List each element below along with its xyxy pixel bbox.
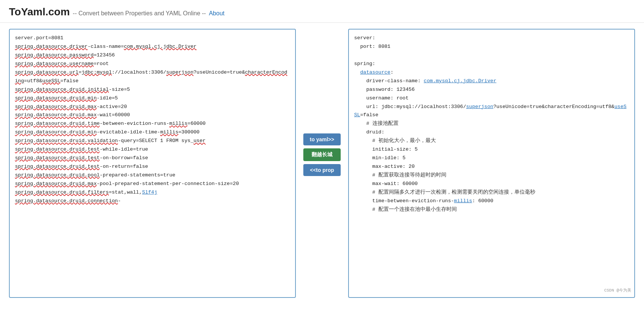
prop-line-11: spring.datasource.druid.min-evictable-id… (15, 128, 290, 137)
prop-line-2: spring.datasource.driver-class-name=com.… (15, 43, 290, 51)
yaml-line-2: port: 8081 (354, 43, 629, 51)
header: ToYaml.com -- Convert between Properties… (0, 0, 644, 23)
yaml-line-12: # 初始化大小，最小，最大 (354, 137, 629, 145)
prop-line-5: spring.datasource.url=jdbc:mysql://local… (15, 68, 290, 86)
yaml-line-16: # 配置获取连接等待超时的时间 (354, 171, 629, 180)
yaml-panel[interactable]: server: port: 8081 spring: datasource: d… (348, 29, 635, 298)
prop-line-3: spring.datasource.password=123456 (15, 51, 290, 60)
prop-line-13: spring.datasource.druid.test-while-idle=… (15, 145, 290, 154)
prop-line-9: spring.datasource.druid.max-wait=60000 (15, 111, 290, 120)
yaml-line-9: url: jdbc:mysql://localhost:3306/superjs… (354, 103, 629, 120)
prop-line-4: spring.datasource.username=root (15, 60, 290, 68)
yaml-line-3 (354, 51, 629, 60)
yaml-line-1: server: (354, 34, 629, 43)
main-content: server.port=8081 spring.datasource.drive… (0, 23, 644, 329)
prop-line-10: spring.datasource.druid.time-between-evi… (15, 120, 290, 128)
fanqiang-button[interactable]: 翻越长城 (303, 148, 341, 161)
prop-line-15: spring.datasource.druid.test-on-return=f… (15, 163, 290, 171)
yaml-line-6: driver-class-name: com.mysql.cj.jdbc.Dri… (354, 77, 629, 86)
prop-line-12: spring.datasource.druid.validation-query… (15, 137, 290, 145)
yaml-line-20: # 配置一个连接在池中最小生存时间 (354, 206, 629, 214)
center-controls: to yaml>> 翻越长城 <<to prop (296, 133, 348, 176)
prop-line-1: server.port=8081 (15, 34, 290, 43)
prop-line-6: spring.datasource.druid.initial-size=5 (15, 86, 290, 94)
yaml-line-8: username: root (354, 94, 629, 103)
yaml-line-11: druid: (354, 128, 629, 137)
prop-line-14: spring.datasource.druid.test-on-borrow=f… (15, 154, 290, 163)
yaml-line-5: datasource: (354, 68, 629, 77)
yaml-line-14: min-idle: 5 (354, 154, 629, 163)
watermark: CSDN @今为美 (604, 287, 631, 294)
yaml-line-4: spring: (354, 60, 629, 68)
prop-line-8: spring.datasource.druid.max-active=20 (15, 103, 290, 111)
yaml-line-7: password: 123456 (354, 86, 629, 94)
prop-line-17: spring.datasource.druid.max-pool-prepare… (15, 180, 290, 188)
yaml-line-13: initial-size: 5 (354, 145, 629, 154)
header-tagline: -- Convert between Properties and YAML O… (73, 10, 206, 17)
yaml-line-19: time-between-eviction-runs-millis: 60000 (354, 197, 629, 206)
properties-panel[interactable]: server.port=8081 spring.datasource.drive… (9, 29, 296, 298)
yaml-line-15: max-active: 20 (354, 163, 629, 171)
about-link[interactable]: About (209, 10, 225, 17)
to-yaml-button[interactable]: to yaml>> (303, 133, 341, 145)
prop-line-18: spring.datasource.druid.filters=stat,wal… (15, 188, 290, 197)
yaml-line-17: max-wait: 60000 (354, 180, 629, 188)
site-logo: ToYaml.com (9, 6, 70, 18)
prop-line-16: spring.datasource.druid.pool-prepared-st… (15, 171, 290, 180)
to-prop-button[interactable]: <<to prop (303, 164, 341, 176)
prop-line-7: spring.datasource.druid.min-idle=5 (15, 94, 290, 103)
yaml-line-18: # 配置间隔多久才进行一次检测，检测需要关闭的空闲连接，单位毫秒 (354, 188, 629, 197)
yaml-line-10: # 连接池配置 (354, 120, 629, 128)
prop-line-19: spring.datasource.druid.connection- (15, 197, 290, 206)
